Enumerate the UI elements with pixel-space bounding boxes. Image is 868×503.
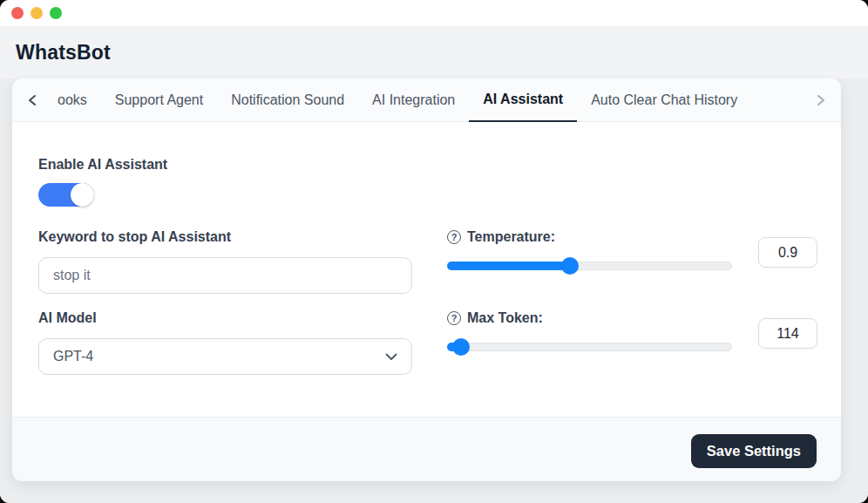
slider-knob[interactable] [452, 338, 470, 356]
save-settings-button[interactable]: Save Settings [691, 434, 817, 468]
zoom-button[interactable] [50, 7, 62, 19]
keyword-input[interactable] [38, 257, 412, 294]
close-button[interactable] [11, 7, 24, 19]
toggle-knob [71, 183, 94, 207]
slider-fill [447, 262, 570, 270]
enable-ai-assistant-label: Enable AI Assistant [38, 157, 167, 173]
chevron-left-icon[interactable] [21, 78, 44, 121]
slider-knob[interactable] [561, 257, 579, 275]
tab-ai-integration[interactable]: AI Integration [358, 78, 469, 121]
minimize-button[interactable] [31, 7, 43, 19]
max-token-slider[interactable] [447, 338, 732, 356]
enable-ai-assistant-toggle[interactable] [38, 183, 94, 207]
keyword-label: Keyword to stop AI Assistant [38, 229, 231, 245]
temperature-slider[interactable] [447, 257, 732, 275]
ai-model-select[interactable]: GPT-4 [38, 338, 412, 375]
temperature-label: Temperature: [467, 229, 555, 245]
tab-bar: ooks Support Agent Notification Sound AI… [12, 78, 841, 122]
tab-support-agent[interactable]: Support Agent [101, 78, 217, 121]
temperature-value-input[interactable] [758, 237, 817, 268]
app-header: WhatsBot [0, 26, 868, 78]
app-title: WhatsBot [16, 41, 111, 65]
ai-model-selected-value: GPT-4 [53, 349, 93, 364]
slider-track [447, 343, 732, 351]
tab-notification-sound[interactable]: Notification Sound [217, 78, 358, 121]
main-area: ooks Support Agent Notification Sound AI… [0, 78, 868, 503]
help-icon[interactable]: ? [447, 230, 461, 244]
tab-ai-assistant[interactable]: AI Assistant [469, 78, 577, 122]
max-token-label-row: ? Max Token: [447, 310, 543, 326]
title-bar [0, 0, 868, 26]
chevron-down-icon [385, 353, 397, 361]
chevron-right-icon[interactable] [810, 78, 832, 121]
app-window: WhatsBot ooks Support Agent Notification… [0, 0, 868, 503]
ai-model-label: AI Model [38, 310, 97, 326]
max-token-value-input[interactable] [758, 318, 817, 349]
settings-card: ooks Support Agent Notification Sound AI… [12, 78, 841, 481]
help-icon[interactable]: ? [447, 311, 461, 325]
max-token-label: Max Token: [467, 310, 543, 326]
tab-hooks[interactable]: ooks [44, 78, 101, 121]
tab-panel-ai-assistant: Enable AI Assistant Keyword to stop AI A… [12, 122, 841, 417]
temperature-label-row: ? Temperature: [447, 229, 555, 245]
card-footer: Save Settings [12, 417, 841, 481]
tab-auto-clear-chat-history[interactable]: Auto Clear Chat History [577, 78, 751, 121]
